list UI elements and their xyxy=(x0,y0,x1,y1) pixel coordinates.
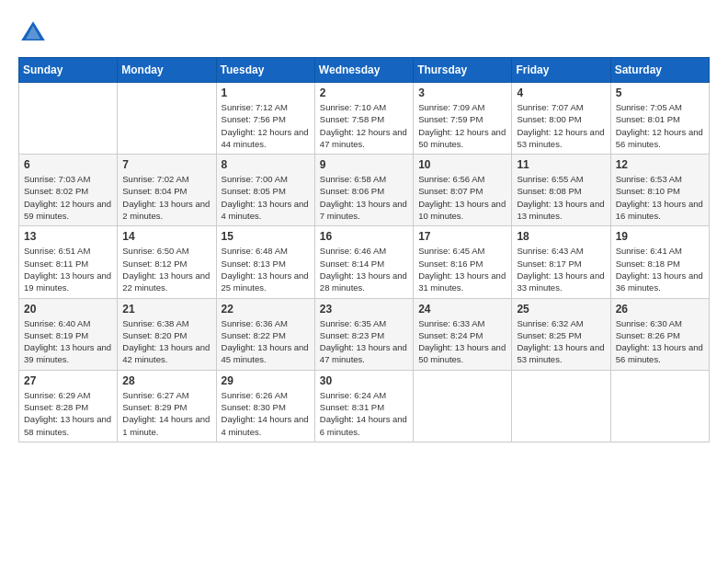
day-info: Sunrise: 6:58 AMSunset: 8:06 PMDaylight:… xyxy=(320,173,408,222)
day-info: Sunrise: 6:24 AMSunset: 8:31 PMDaylight:… xyxy=(320,389,408,438)
day-info: Sunrise: 6:35 AMSunset: 8:23 PMDaylight:… xyxy=(320,317,408,366)
weekday-header-sunday: Sunday xyxy=(19,58,118,83)
day-info: Sunrise: 6:55 AMSunset: 8:08 PMDaylight:… xyxy=(517,173,605,222)
day-number: 21 xyxy=(122,303,210,316)
day-number: 30 xyxy=(320,374,408,387)
day-info: Sunrise: 6:27 AMSunset: 8:29 PMDaylight:… xyxy=(122,389,210,438)
day-number: 25 xyxy=(517,303,605,316)
calendar-cell xyxy=(512,370,610,442)
day-info: Sunrise: 6:33 AMSunset: 8:24 PMDaylight:… xyxy=(418,317,506,366)
weekday-header-thursday: Thursday xyxy=(414,58,512,83)
day-number: 24 xyxy=(418,303,506,316)
day-info: Sunrise: 6:56 AMSunset: 8:07 PMDaylight:… xyxy=(418,173,506,222)
calendar-cell: 27Sunrise: 6:29 AMSunset: 8:28 PMDayligh… xyxy=(19,370,118,442)
day-info: Sunrise: 6:50 AMSunset: 8:12 PMDaylight:… xyxy=(122,245,210,293)
calendar-cell: 3Sunrise: 7:09 AMSunset: 7:59 PMDaylight… xyxy=(414,83,512,155)
page-header xyxy=(18,18,710,48)
calendar-cell: 9Sunrise: 6:58 AMSunset: 8:06 PMDaylight… xyxy=(314,155,413,226)
calendar-cell: 20Sunrise: 6:40 AMSunset: 8:19 PMDayligh… xyxy=(19,298,118,370)
day-info: Sunrise: 6:26 AMSunset: 8:30 PMDaylight:… xyxy=(222,389,310,438)
day-number: 12 xyxy=(616,158,704,171)
day-info: Sunrise: 6:48 AMSunset: 8:13 PMDaylight:… xyxy=(222,245,310,293)
day-info: Sunrise: 6:51 AMSunset: 8:11 PMDaylight:… xyxy=(24,245,112,293)
calendar-cell: 16Sunrise: 6:46 AMSunset: 8:14 PMDayligh… xyxy=(314,226,413,298)
day-info: Sunrise: 6:45 AMSunset: 8:16 PMDaylight:… xyxy=(418,245,506,293)
logo-icon xyxy=(18,18,48,48)
day-number: 28 xyxy=(122,374,210,387)
calendar-cell: 7Sunrise: 7:02 AMSunset: 8:04 PMDaylight… xyxy=(118,155,216,226)
calendar-cell: 28Sunrise: 6:27 AMSunset: 8:29 PMDayligh… xyxy=(118,370,216,442)
day-number: 19 xyxy=(616,230,704,243)
day-info: Sunrise: 7:07 AMSunset: 8:00 PMDaylight:… xyxy=(517,101,605,150)
day-number: 2 xyxy=(320,86,408,99)
day-info: Sunrise: 7:10 AMSunset: 7:58 PMDaylight:… xyxy=(320,101,408,150)
day-number: 5 xyxy=(616,86,704,99)
weekday-header-tuesday: Tuesday xyxy=(216,58,314,83)
weekday-header-row: SundayMondayTuesdayWednesdayThursdayFrid… xyxy=(19,58,710,83)
day-number: 1 xyxy=(222,86,310,99)
calendar-cell: 26Sunrise: 6:30 AMSunset: 8:26 PMDayligh… xyxy=(610,298,709,370)
day-number: 27 xyxy=(24,374,112,387)
day-info: Sunrise: 6:32 AMSunset: 8:25 PMDaylight:… xyxy=(517,317,605,366)
calendar-cell: 17Sunrise: 6:45 AMSunset: 8:16 PMDayligh… xyxy=(414,226,512,298)
day-info: Sunrise: 7:05 AMSunset: 8:01 PMDaylight:… xyxy=(616,101,704,150)
day-number: 3 xyxy=(418,86,506,99)
calendar-cell: 15Sunrise: 6:48 AMSunset: 8:13 PMDayligh… xyxy=(216,226,314,298)
calendar-cell: 13Sunrise: 6:51 AMSunset: 8:11 PMDayligh… xyxy=(19,226,118,298)
calendar-cell: 5Sunrise: 7:05 AMSunset: 8:01 PMDaylight… xyxy=(610,83,709,155)
calendar-cell: 2Sunrise: 7:10 AMSunset: 7:58 PMDaylight… xyxy=(314,83,413,155)
calendar-cell: 29Sunrise: 6:26 AMSunset: 8:30 PMDayligh… xyxy=(216,370,314,442)
day-info: Sunrise: 7:09 AMSunset: 7:59 PMDaylight:… xyxy=(418,101,506,150)
day-number: 13 xyxy=(24,230,112,243)
day-info: Sunrise: 7:03 AMSunset: 8:02 PMDaylight:… xyxy=(24,173,112,222)
day-number: 26 xyxy=(616,303,704,316)
calendar-cell: 22Sunrise: 6:36 AMSunset: 8:22 PMDayligh… xyxy=(216,298,314,370)
day-info: Sunrise: 6:46 AMSunset: 8:14 PMDaylight:… xyxy=(320,245,408,293)
day-info: Sunrise: 6:30 AMSunset: 8:26 PMDaylight:… xyxy=(616,317,704,366)
day-number: 6 xyxy=(24,158,112,171)
day-info: Sunrise: 6:38 AMSunset: 8:20 PMDaylight:… xyxy=(122,317,210,366)
day-info: Sunrise: 7:00 AMSunset: 8:05 PMDaylight:… xyxy=(222,173,310,222)
day-info: Sunrise: 6:43 AMSunset: 8:17 PMDaylight:… xyxy=(517,245,605,293)
calendar-cell: 25Sunrise: 6:32 AMSunset: 8:25 PMDayligh… xyxy=(512,298,610,370)
day-number: 14 xyxy=(122,230,210,243)
calendar-cell: 4Sunrise: 7:07 AMSunset: 8:00 PMDaylight… xyxy=(512,83,610,155)
day-info: Sunrise: 6:53 AMSunset: 8:10 PMDaylight:… xyxy=(616,173,704,222)
day-number: 23 xyxy=(320,303,408,316)
calendar-cell: 21Sunrise: 6:38 AMSunset: 8:20 PMDayligh… xyxy=(118,298,216,370)
calendar-cell: 12Sunrise: 6:53 AMSunset: 8:10 PMDayligh… xyxy=(610,155,709,226)
day-number: 9 xyxy=(320,158,408,171)
calendar-cell xyxy=(414,370,512,442)
calendar-cell xyxy=(118,83,216,155)
day-number: 20 xyxy=(24,303,112,316)
calendar-cell: 10Sunrise: 6:56 AMSunset: 8:07 PMDayligh… xyxy=(414,155,512,226)
calendar-cell: 23Sunrise: 6:35 AMSunset: 8:23 PMDayligh… xyxy=(314,298,413,370)
day-number: 7 xyxy=(122,158,210,171)
calendar-cell: 18Sunrise: 6:43 AMSunset: 8:17 PMDayligh… xyxy=(512,226,610,298)
calendar-cell: 24Sunrise: 6:33 AMSunset: 8:24 PMDayligh… xyxy=(414,298,512,370)
day-info: Sunrise: 6:41 AMSunset: 8:18 PMDaylight:… xyxy=(616,245,704,293)
week-row-4: 20Sunrise: 6:40 AMSunset: 8:19 PMDayligh… xyxy=(19,298,710,370)
day-number: 10 xyxy=(418,158,506,171)
week-row-5: 27Sunrise: 6:29 AMSunset: 8:28 PMDayligh… xyxy=(19,370,710,442)
day-info: Sunrise: 7:02 AMSunset: 8:04 PMDaylight:… xyxy=(122,173,210,222)
day-info: Sunrise: 6:29 AMSunset: 8:28 PMDaylight:… xyxy=(24,389,112,438)
day-number: 8 xyxy=(222,158,310,171)
weekday-header-monday: Monday xyxy=(118,58,216,83)
calendar-cell: 30Sunrise: 6:24 AMSunset: 8:31 PMDayligh… xyxy=(314,370,413,442)
week-row-1: 1Sunrise: 7:12 AMSunset: 7:56 PMDaylight… xyxy=(19,83,710,155)
week-row-3: 13Sunrise: 6:51 AMSunset: 8:11 PMDayligh… xyxy=(19,226,710,298)
weekday-header-saturday: Saturday xyxy=(610,58,709,83)
day-info: Sunrise: 6:40 AMSunset: 8:19 PMDaylight:… xyxy=(24,317,112,366)
day-number: 16 xyxy=(320,230,408,243)
calendar-cell xyxy=(610,370,709,442)
calendar-cell: 1Sunrise: 7:12 AMSunset: 7:56 PMDaylight… xyxy=(216,83,314,155)
calendar-cell: 11Sunrise: 6:55 AMSunset: 8:08 PMDayligh… xyxy=(512,155,610,226)
calendar-cell: 6Sunrise: 7:03 AMSunset: 8:02 PMDaylight… xyxy=(19,155,118,226)
day-number: 18 xyxy=(517,230,605,243)
weekday-header-friday: Friday xyxy=(512,58,610,83)
weekday-header-wednesday: Wednesday xyxy=(314,58,413,83)
calendar-cell: 14Sunrise: 6:50 AMSunset: 8:12 PMDayligh… xyxy=(118,226,216,298)
day-number: 29 xyxy=(222,374,310,387)
week-row-2: 6Sunrise: 7:03 AMSunset: 8:02 PMDaylight… xyxy=(19,155,710,226)
